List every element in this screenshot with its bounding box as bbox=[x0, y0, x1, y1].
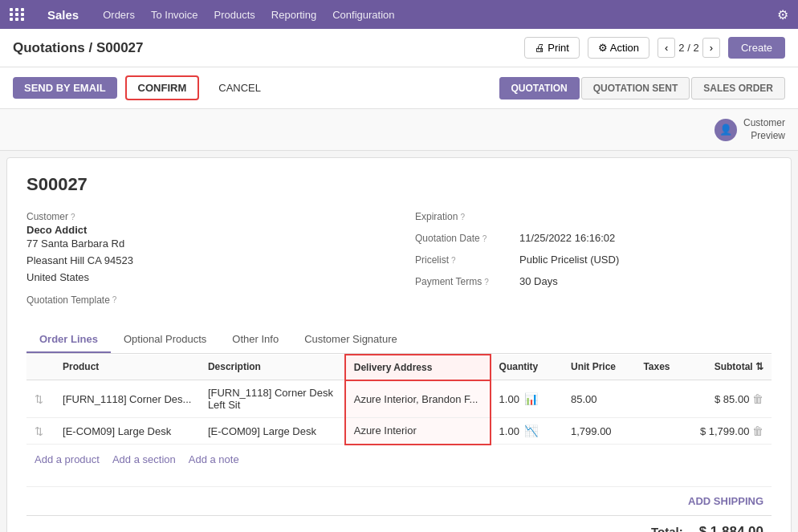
row-sort-1[interactable]: ⇅ bbox=[26, 380, 55, 418]
template-field: Quotation Template? bbox=[26, 294, 383, 306]
add-product-link[interactable]: Add a product bbox=[35, 453, 100, 465]
quotation-date-value: 11/25/2022 16:16:02 bbox=[519, 232, 615, 244]
nav-to-invoice[interactable]: To Invoice bbox=[151, 9, 198, 21]
table-row: ⇅ [E-COM09] Large Desk [E-COM09] Large D… bbox=[26, 418, 772, 445]
subtotal-section: ADD SHIPPING Total: $ 1,884.00 bbox=[26, 473, 772, 532]
col-tax-header: Taxes bbox=[635, 355, 690, 380]
row-price-2: 1,799.00 bbox=[563, 418, 635, 445]
customer-preview-bar: 👤 CustomerPreview bbox=[0, 109, 798, 151]
customer-field: Customer? Deco Addict 77 Santa Barbara R… bbox=[26, 211, 383, 286]
row-delivery-2[interactable]: Azure Interior bbox=[345, 418, 491, 445]
cancel-button[interactable]: CANCEL bbox=[207, 77, 272, 99]
doc-title: S00027 bbox=[26, 174, 772, 195]
send-by-email-button[interactable]: SEND BY EMAIL bbox=[13, 77, 117, 99]
qty-value-1: 1.00 bbox=[499, 393, 519, 405]
action-bar: SEND BY EMAIL CONFIRM CANCEL QUOTATION Q… bbox=[0, 67, 798, 109]
pagination: ‹ 2 / 2 › bbox=[658, 38, 720, 58]
add-section-link[interactable]: Add a section bbox=[112, 453, 176, 465]
payment-terms-field: Payment Terms? 30 Days bbox=[415, 275, 772, 289]
top-nav: Sales Orders To Invoice Products Reporti… bbox=[0, 0, 798, 29]
customer-preview-label: CustomerPreview bbox=[743, 117, 785, 142]
row-price-1: 85.00 bbox=[563, 380, 635, 418]
delete-icon-2[interactable]: 🗑 bbox=[752, 424, 763, 437]
customer-address: 77 Santa Barbara RdPleasant Hill CA 9452… bbox=[26, 236, 383, 286]
pricelist-label: Pricelist? bbox=[415, 254, 511, 266]
expiration-label: Expiration? bbox=[415, 211, 511, 222]
total-value: $ 1,884.00 bbox=[699, 524, 763, 532]
tab-order-lines[interactable]: Order Lines bbox=[26, 327, 111, 353]
chart-icon-1[interactable]: 📊 bbox=[524, 392, 538, 405]
expiration-field: Expiration? bbox=[415, 211, 772, 224]
pricelist-field: Pricelist? Public Pricelist (USD) bbox=[415, 254, 772, 267]
breadcrumb-bar: Quotations / S00027 🖨 Print ⚙ Action ‹ 2… bbox=[0, 29, 798, 67]
col-delivery-header: Delivery Address bbox=[345, 355, 491, 380]
customer-name: Deco Addict bbox=[26, 224, 383, 236]
tabs-container: Order Lines Optional Products Other Info… bbox=[26, 327, 772, 354]
nav-products[interactable]: Products bbox=[214, 9, 254, 21]
table-row: ⇅ [FURN_1118] Corner Des... [FURN_1118] … bbox=[26, 380, 772, 418]
order-lines-table: Product Description Delivery Address Qua… bbox=[26, 354, 772, 473]
row-delivery-1[interactable]: Azure Interior, Brandon F... bbox=[345, 380, 491, 418]
qty-value-2: 1.00 bbox=[499, 425, 519, 437]
col-sort-header bbox=[26, 355, 55, 380]
pricelist-value: Public Pricelist (USD) bbox=[519, 254, 619, 266]
total-row: Total: $ 1,884.00 bbox=[26, 515, 772, 532]
nav-configuration[interactable]: Configuration bbox=[332, 9, 394, 21]
breadcrumb-actions: 🖨 Print ⚙ Action ‹ 2 / 2 › Create bbox=[524, 37, 785, 59]
col-price-header: Unit Price bbox=[563, 355, 635, 380]
col-product-header: Product bbox=[55, 355, 200, 380]
template-label: Quotation Template? bbox=[26, 294, 383, 306]
create-button[interactable]: Create bbox=[728, 37, 785, 59]
form-fields: Customer? Deco Addict 77 Santa Barbara R… bbox=[26, 211, 772, 313]
col-subtotal-header: Subtotal ⇅ bbox=[690, 355, 772, 380]
row-tax-1 bbox=[635, 380, 690, 418]
tabs: Order Lines Optional Products Other Info… bbox=[26, 327, 772, 353]
pagination-text: 2 / 2 bbox=[678, 42, 698, 54]
quotation-date-field: Quotation Date? 11/25/2022 16:16:02 bbox=[415, 232, 772, 246]
row-product-1[interactable]: [FURN_1118] Corner Des... bbox=[55, 380, 200, 418]
delete-icon-1[interactable]: 🗑 bbox=[752, 392, 763, 405]
row-qty-2: 1.00 📉 bbox=[491, 418, 563, 445]
nav-orders[interactable]: Orders bbox=[103, 9, 135, 21]
form-right: Expiration? Quotation Date? 11/25/2022 1… bbox=[415, 211, 772, 313]
tab-optional-products[interactable]: Optional Products bbox=[111, 327, 219, 353]
app-grid-icon[interactable] bbox=[10, 8, 25, 21]
chart-icon-2[interactable]: 📉 bbox=[524, 424, 538, 437]
row-tax-2 bbox=[635, 418, 690, 445]
main-content: S00027 Customer? Deco Addict 77 Santa Ba… bbox=[6, 157, 792, 532]
action-bar-left: SEND BY EMAIL CONFIRM CANCEL bbox=[13, 75, 272, 100]
row-sort-2[interactable]: ⇅ bbox=[26, 418, 55, 445]
row-qty-1: 1.00 📊 bbox=[491, 380, 563, 418]
nav-brand[interactable]: Sales bbox=[47, 8, 79, 22]
tab-quotation-sent[interactable]: QUOTATION SENT bbox=[581, 77, 690, 99]
print-button[interactable]: 🖨 Print bbox=[524, 37, 580, 59]
customer-label: Customer? bbox=[26, 211, 383, 222]
customer-preview-button[interactable]: 👤 CustomerPreview bbox=[715, 117, 785, 142]
add-links: Add a product Add a section Add a note bbox=[26, 445, 772, 473]
nav-reporting[interactable]: Reporting bbox=[271, 9, 316, 21]
quotation-date-label: Quotation Date? bbox=[415, 233, 511, 244]
tab-quotation[interactable]: QUOTATION bbox=[499, 77, 580, 99]
payment-terms-label: Payment Terms? bbox=[415, 276, 511, 287]
row-subtotal-1: $ 85.00 🗑 bbox=[690, 380, 772, 418]
col-qty-header: Quantity bbox=[491, 355, 563, 380]
row-product-2[interactable]: [E-COM09] Large Desk bbox=[55, 418, 200, 445]
col-desc-header: Description bbox=[200, 355, 345, 380]
add-note-link[interactable]: Add a note bbox=[189, 453, 239, 465]
tab-customer-signature[interactable]: Customer Signature bbox=[291, 327, 410, 353]
form-left: Customer? Deco Addict 77 Santa Barbara R… bbox=[26, 211, 383, 313]
add-shipping-button[interactable]: ADD SHIPPING bbox=[26, 486, 772, 515]
tab-other-info[interactable]: Other Info bbox=[219, 327, 291, 353]
customer-avatar-icon: 👤 bbox=[715, 119, 737, 141]
payment-terms-value: 30 Days bbox=[519, 275, 558, 287]
action-button[interactable]: ⚙ Action bbox=[588, 37, 649, 59]
next-button[interactable]: › bbox=[702, 38, 720, 58]
action-button-label: ⚙ Action bbox=[598, 42, 639, 54]
confirm-button[interactable]: CONFIRM bbox=[125, 75, 200, 100]
row-desc-1: [FURN_1118] Corner DeskLeft Sit bbox=[200, 380, 345, 418]
row-subtotal-2: $ 1,799.00 🗑 bbox=[690, 418, 772, 445]
settings-icon[interactable]: ⚙ bbox=[777, 7, 788, 22]
tab-sales-order[interactable]: SALES ORDER bbox=[691, 77, 785, 99]
status-tabs: QUOTATION QUOTATION SENT SALES ORDER bbox=[499, 77, 785, 99]
prev-button[interactable]: ‹ bbox=[658, 38, 675, 58]
